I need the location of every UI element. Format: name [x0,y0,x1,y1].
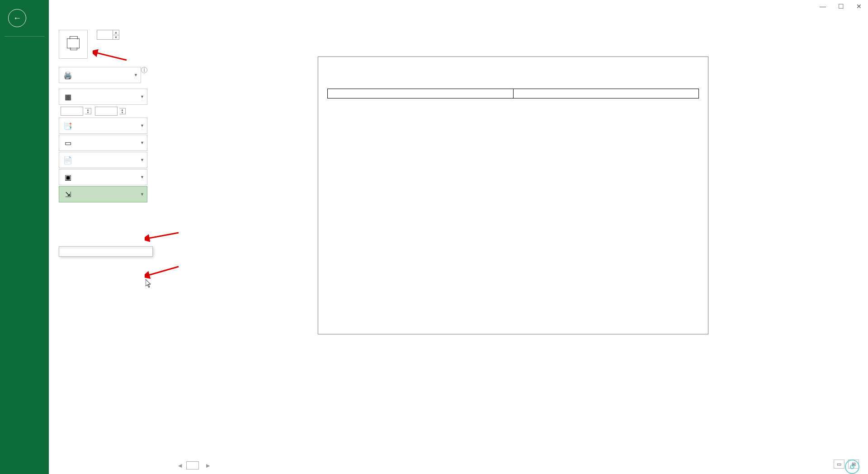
chevron-down-icon: ▼ [140,158,144,162]
chevron-down-icon: ▼ [140,192,144,197]
orientation-icon: ▭ [63,138,73,148]
print-button[interactable] [59,30,88,59]
watermark: G [845,460,861,474]
scaling-icon: ⇲ [63,189,73,199]
title-bar: — ☐ ✕ [0,0,868,13]
margins-selector[interactable]: ▣ ▼ [59,169,147,185]
window-controls: — ☐ ✕ [814,0,868,13]
sheets-icon: ▦ [63,92,73,102]
orientation-selector[interactable]: ▭ ▼ [59,135,147,151]
prev-page-button[interactable]: ◀ [176,463,184,469]
paper-icon: 📄 [63,155,73,165]
info-icon[interactable]: i [141,67,147,73]
spin-up-icon[interactable]: ▲ [113,30,119,35]
print-area-selector[interactable]: ▦ ▼ [59,89,147,105]
printer-status-icon: 🖨️ [63,70,73,80]
chevron-down-icon: ▼ [134,73,138,77]
collate-icon: 📑 [63,121,73,131]
table-title [513,89,699,99]
watermark-logo-icon: G [845,460,859,474]
cursor-icon [146,279,152,288]
nav-separator [5,36,44,37]
scaling-dropdown [59,246,153,257]
annotation-arrow [145,264,181,280]
scaling-selector[interactable]: ⇲ ▼ [59,186,147,202]
svg-line-1 [147,233,179,239]
spin-down-icon[interactable]: ▼ [113,35,119,40]
margins-icon: ▣ [63,172,73,182]
back-button[interactable]: ← [8,9,26,27]
chevron-down-icon: ▼ [140,123,144,128]
current-page-input[interactable] [186,461,199,469]
copies-spinner[interactable]: ▲▼ [97,30,119,40]
print-panel: ▲▼ i 🖨️ ▼ ▦ ▼ ▲▼ ▲▼ 📑 ▼ ▭ [49,13,153,203]
maximize-button[interactable]: ☐ [832,0,850,13]
printer-icon [67,38,80,48]
zoom-to-page-button[interactable]: ▭ [834,460,844,469]
printer-selector[interactable]: 🖨️ ▼ [59,67,141,83]
collate-selector[interactable]: 📑 ▼ [59,117,147,134]
copies-input[interactable] [97,30,113,39]
paper-size-selector[interactable]: 📄 ▼ [59,152,147,168]
page-navigation: ◀ ▶ [176,461,212,469]
backstage-nav: ← [0,0,49,474]
page-range: ▲▼ ▲▼ [59,107,147,116]
print-preview [176,56,850,456]
chevron-down-icon: ▼ [140,141,144,145]
page-to-input[interactable] [95,107,118,116]
page-from-input[interactable] [61,107,83,116]
data-table [327,89,699,99]
next-page-button[interactable]: ▶ [204,463,212,469]
preview-page [318,56,708,334]
custom-scaling-option[interactable] [59,249,152,256]
close-button[interactable]: ✕ [850,0,868,13]
minimize-button[interactable]: — [814,0,832,13]
annotation-arrow [145,230,181,244]
svg-line-2 [147,267,179,276]
chevron-down-icon: ▼ [140,175,144,179]
chevron-down-icon: ▼ [140,94,144,99]
